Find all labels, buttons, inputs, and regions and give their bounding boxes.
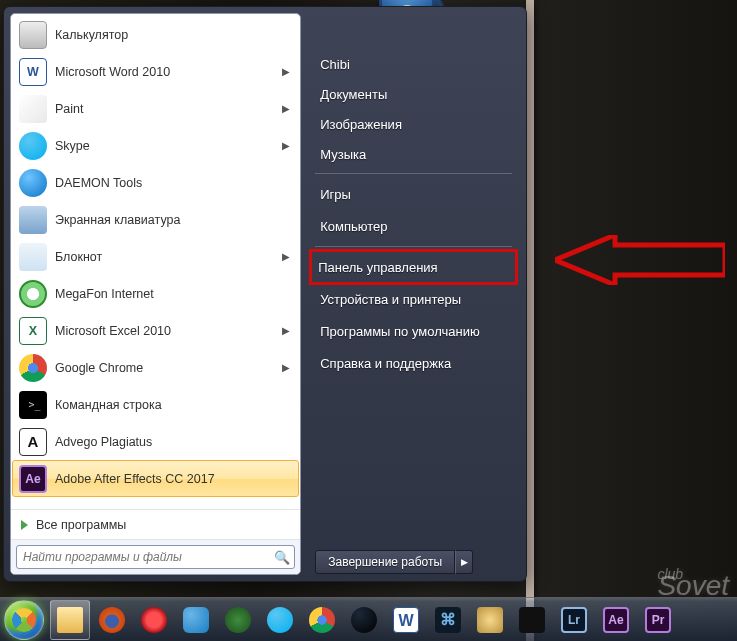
program-item[interactable]: Экранная клавиатура	[12, 201, 299, 238]
program-label: Калькулятор	[55, 28, 128, 42]
program-label: Google Chrome	[55, 361, 143, 375]
chrome-icon	[19, 354, 47, 382]
hearthstone-icon	[477, 607, 503, 633]
start-menu: КалькуляторWMicrosoft Word 2010▶Paint▶Sk…	[3, 6, 527, 582]
start-button[interactable]	[4, 600, 44, 640]
program-label: Advego Plagiatus	[55, 435, 152, 449]
all-programs-button[interactable]: Все программы	[11, 509, 300, 539]
excel-icon: X	[19, 317, 47, 345]
program-label: DAEMON Tools	[55, 176, 142, 190]
overwatch-icon	[519, 607, 545, 633]
right-pane-link[interactable]: Компьютер	[311, 210, 516, 242]
right-pane-link[interactable]: Панель управления	[309, 249, 518, 285]
right-pane-link[interactable]: Изображения	[311, 109, 516, 139]
daemon-icon	[19, 169, 47, 197]
submenu-arrow-icon: ▶	[282, 66, 294, 77]
menu-separator	[315, 173, 512, 174]
taskbar-steam-button[interactable]	[344, 600, 384, 640]
ae-icon: Ae	[19, 465, 47, 493]
program-item[interactable]: Блокнот▶	[12, 238, 299, 275]
shutdown-button[interactable]: Завершение работы	[315, 550, 455, 574]
program-label: Microsoft Word 2010	[55, 65, 170, 79]
opera-icon	[141, 607, 167, 633]
right-pane-link[interactable]: Устройства и принтеры	[311, 283, 516, 315]
shutdown-options-button[interactable]: ▶	[455, 550, 473, 574]
program-item[interactable]: XMicrosoft Excel 2010▶	[12, 312, 299, 349]
osk-icon	[19, 206, 47, 234]
after-effects-icon: Ae	[603, 607, 629, 633]
adv-icon: A	[19, 428, 47, 456]
taskbar-firefox-button[interactable]	[92, 600, 132, 640]
premiere-icon: Pr	[645, 607, 671, 633]
right-pane-link[interactable]: Справка и поддержка	[311, 347, 516, 379]
firefox-icon	[99, 607, 125, 633]
taskbar-after-effects-button[interactable]: Ae	[596, 600, 636, 640]
battle-net-icon: ⌘	[435, 607, 461, 633]
search-box[interactable]: 🔍	[16, 545, 295, 569]
start-menu-left-pane: КалькуляторWMicrosoft Word 2010▶Paint▶Sk…	[10, 13, 301, 575]
cmd-icon: >_	[19, 391, 47, 419]
user-folder-link[interactable]: Chibi	[311, 49, 516, 79]
search-row: 🔍	[11, 539, 300, 574]
program-item[interactable]: MegaFon Internet	[12, 275, 299, 312]
taskbar-hearthstone-button[interactable]	[470, 600, 510, 640]
calc-icon	[19, 21, 47, 49]
right-pane-link[interactable]: Музыка	[311, 139, 516, 169]
taskbar-battle-net-button[interactable]: ⌘	[428, 600, 468, 640]
taskbar-chrome-button[interactable]	[302, 600, 342, 640]
program-label: Блокнот	[55, 250, 102, 264]
program-item[interactable]: Skype▶	[12, 127, 299, 164]
lightroom-icon: Lr	[561, 607, 587, 633]
program-label: Microsoft Excel 2010	[55, 324, 171, 338]
program-item[interactable]: Paint▶	[12, 90, 299, 127]
submenu-arrow-icon: ▶	[282, 140, 294, 151]
taskbar-utorrent-button[interactable]	[218, 600, 258, 640]
mega-icon	[19, 280, 47, 308]
shutdown-row: Завершение работы ▶	[311, 549, 516, 575]
program-list: КалькуляторWMicrosoft Word 2010▶Paint▶Sk…	[11, 14, 300, 509]
program-item[interactable]: >_Командная строка	[12, 386, 299, 423]
taskbar-skype-button[interactable]	[260, 600, 300, 640]
all-programs-label: Все программы	[36, 518, 126, 532]
search-input[interactable]	[21, 549, 274, 565]
triangle-right-icon	[21, 520, 28, 530]
taskbar-opera-button[interactable]	[134, 600, 174, 640]
taskbar-word-button[interactable]: W	[386, 600, 426, 640]
note-icon	[19, 243, 47, 271]
program-item[interactable]: Калькулятор	[12, 16, 299, 53]
explorer-icon	[57, 607, 83, 633]
right-pane-link[interactable]: Игры	[311, 178, 516, 210]
program-item[interactable]: Google Chrome▶	[12, 349, 299, 386]
taskbar-qbittorrent-button[interactable]	[176, 600, 216, 640]
skype-icon	[19, 132, 47, 160]
submenu-arrow-icon: ▶	[282, 325, 294, 336]
search-icon: 🔍	[274, 550, 290, 565]
paint-icon	[19, 95, 47, 123]
steam-icon	[351, 607, 377, 633]
right-pane-link[interactable]: Документы	[311, 79, 516, 109]
taskbar-overwatch-button[interactable]	[512, 600, 552, 640]
program-label: Skype	[55, 139, 90, 153]
utorrent-icon	[225, 607, 251, 633]
desktop-divider	[526, 0, 534, 641]
taskbar-premiere-button[interactable]: Pr	[638, 600, 678, 640]
submenu-arrow-icon: ▶	[282, 362, 294, 373]
program-item[interactable]: WMicrosoft Word 2010▶	[12, 53, 299, 90]
program-item[interactable]: AAdvego Plagiatus	[12, 423, 299, 460]
program-label: Paint	[55, 102, 84, 116]
word-icon: W	[19, 58, 47, 86]
program-item[interactable]: DAEMON Tools	[12, 164, 299, 201]
program-label: Adobe After Effects CC 2017	[55, 472, 215, 486]
start-menu-right-pane: Chibi ДокументыИзображенияМузыка ИгрыКом…	[301, 13, 520, 575]
submenu-arrow-icon: ▶	[282, 251, 294, 262]
program-item[interactable]: AeAdobe After Effects CC 2017	[12, 460, 299, 497]
qbittorrent-icon	[183, 607, 209, 633]
word-icon: W	[393, 607, 419, 633]
program-label: MegaFon Internet	[55, 287, 154, 301]
right-pane-link[interactable]: Программы по умолчанию	[311, 315, 516, 347]
program-label: Командная строка	[55, 398, 162, 412]
taskbar-lightroom-button[interactable]: Lr	[554, 600, 594, 640]
program-label: Экранная клавиатура	[55, 213, 180, 227]
taskbar-explorer-button[interactable]	[50, 600, 90, 640]
chrome-icon	[309, 607, 335, 633]
